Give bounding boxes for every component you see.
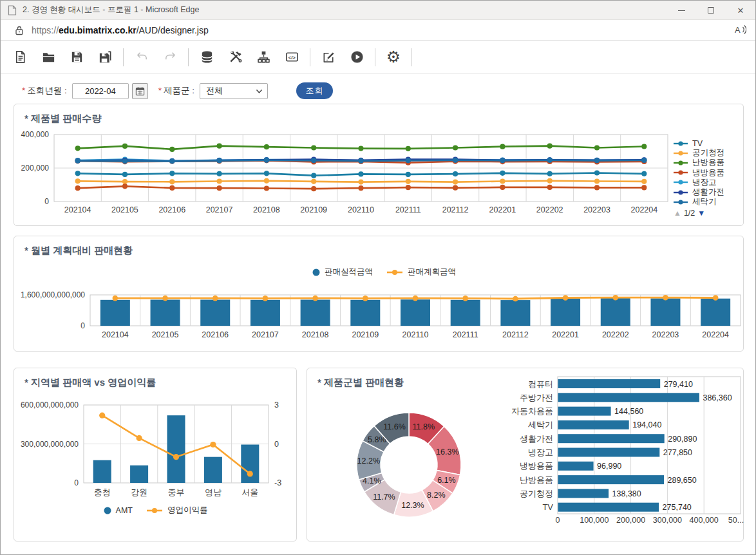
edit-button[interactable] (317, 46, 340, 69)
code-button[interactable]: </> (280, 46, 303, 69)
save-button[interactable] (65, 46, 88, 69)
title-bar: 2. 경영 현황 대시보드 - 프로필 1 - Microsoft Edge ✕ (1, 1, 755, 20)
svg-text:세탁기: 세탁기 (528, 420, 553, 429)
legend-item-난방용품[interactable]: 난방용품 (674, 158, 742, 167)
legend-item-판매실적금액[interactable]: 판매실적금액 (312, 267, 373, 278)
read-aloud-icon[interactable]: A (733, 23, 746, 36)
panel-product-group-sales: * 제품군별 판매현황 11.8%16.3%6.1%8.2%12.3%11.7%… (307, 368, 744, 541)
svg-text:냉장고: 냉장고 (528, 447, 553, 457)
svg-text:주방가전: 주방가전 (520, 393, 553, 402)
close-icon: ✕ (737, 6, 744, 15)
legend-item-AMT[interactable]: AMT (103, 506, 133, 515)
product-filter-label: *제품군 : (158, 85, 194, 97)
svg-text:0: 0 (274, 440, 279, 449)
product-select[interactable]: 전체 (200, 83, 268, 99)
url-path: /AUD/designer.jsp (137, 25, 209, 35)
open-folder-icon (41, 50, 56, 64)
open-button[interactable] (37, 46, 60, 69)
legend-item-공기청정[interactable]: 공기청정 (674, 148, 742, 158)
legend-item-생활가전[interactable]: 생활가전 (674, 187, 742, 197)
new-document-button[interactable] (8, 46, 32, 69)
settings-button[interactable]: ⚙ (382, 46, 405, 69)
svg-text:202106: 202106 (202, 330, 229, 339)
svg-text:275,740: 275,740 (663, 503, 692, 512)
toolbar-separator (123, 48, 124, 66)
tools-button[interactable] (223, 46, 247, 69)
search-button[interactable]: 조회 (296, 82, 333, 99)
svg-text:50...: 50... (728, 516, 744, 525)
run-button[interactable] (345, 46, 368, 69)
svg-text:202104: 202104 (64, 205, 91, 214)
save-all-button[interactable] (93, 46, 117, 69)
svg-text:0: 0 (556, 516, 560, 525)
panel-monthly-plan-vs-actual: * 월별 계획대비 판매현황 판매실적금액판매계획금액 1,600,000,00… (14, 236, 744, 352)
svg-text:202106: 202106 (158, 205, 185, 214)
address-bar[interactable]: https://edu.bimatrix.co.kr/AUD/designer.… (32, 25, 209, 35)
svg-text:289,650: 289,650 (668, 476, 697, 485)
legend-page-up-icon[interactable]: ▲ (674, 209, 681, 218)
undo-button[interactable] (130, 46, 153, 69)
sitemap-button[interactable] (252, 46, 275, 69)
legend-item-영업이익률[interactable]: 영업이익률 (147, 505, 208, 516)
calendar-button[interactable] (132, 83, 148, 99)
url-domain: edu.bimatrix.co.kr (59, 25, 137, 35)
maximize-icon (708, 7, 714, 14)
svg-text:277,850: 277,850 (663, 448, 692, 457)
date-input[interactable] (72, 83, 129, 99)
svg-text:202112: 202112 (502, 330, 529, 339)
plan-vs-actual-bar-chart: 1,600,000,000,00002021042021052021062021… (14, 287, 744, 351)
redo-button[interactable] (158, 46, 182, 69)
svg-text:0: 0 (44, 197, 49, 206)
svg-text:서울: 서울 (241, 487, 258, 497)
legend-item-세탁기[interactable]: 세탁기 (674, 197, 742, 207)
panel-product-sales-qty: * 제품별 판매수량 0200,000400,00020210420210520… (14, 104, 744, 226)
legend-item-판매계획금액[interactable]: 판매계획금액 (387, 267, 456, 278)
svg-text:A: A (735, 25, 741, 35)
toolbar-separator (411, 48, 412, 66)
legend-page-down-icon[interactable]: ▼ (697, 209, 705, 218)
svg-text:202107: 202107 (252, 330, 279, 339)
legend-item-냉장고[interactable]: 냉장고 (674, 178, 742, 187)
svg-text:12.2%: 12.2% (357, 456, 380, 466)
svg-text:냉방용품: 냉방용품 (520, 461, 553, 471)
gear-icon: ⚙ (386, 50, 401, 64)
date-filter-label: *조회년월 : (22, 85, 67, 97)
close-button[interactable]: ✕ (726, 1, 755, 20)
svg-text:202203: 202203 (583, 205, 610, 214)
minimize-button[interactable] (666, 1, 696, 20)
product-group-donut-chart: 11.8%16.3%6.1%8.2%12.3%11.7%4.1%12.2%5.8… (350, 406, 468, 524)
svg-text:1,600,000,000,000: 1,600,000,000,000 (21, 290, 85, 299)
toolbar-separator (310, 48, 310, 66)
panel-title: * 제품군별 판매현황 (317, 377, 404, 389)
chart-legend: 판매실적금액판매계획금액 (312, 267, 456, 278)
chart-legend: AMT영업이익률 (14, 505, 296, 516)
svg-text:영남: 영남 (205, 487, 222, 497)
svg-text:138,380: 138,380 (612, 489, 641, 498)
data-source-button[interactable] (195, 46, 218, 69)
legend-page-label: 1/2 (684, 209, 695, 218)
legend-item-TV[interactable]: TV (674, 138, 742, 148)
maximize-button[interactable] (696, 1, 726, 20)
product-group-hbar-chart: 0100,000200,000300,000400,00050...컴퓨터279… (507, 373, 744, 534)
filter-bar: *조회년월 : *제품군 : 전체 조회 (22, 80, 333, 101)
chevron-down-icon (256, 89, 263, 94)
svg-text:8.2%: 8.2% (427, 491, 446, 500)
svg-text:11.8%: 11.8% (413, 422, 435, 431)
window-title: 2. 경영 현황 대시보드 - 프로필 1 - Microsoft Edge (23, 5, 199, 15)
svg-text:11.7%: 11.7% (373, 493, 395, 502)
svg-text:난방용품: 난방용품 (520, 475, 553, 485)
save-all-icon (98, 50, 113, 64)
svg-text:202109: 202109 (352, 330, 379, 339)
legend-item-냉방용품[interactable]: 냉방용품 (674, 168, 742, 178)
svg-text:202111: 202111 (453, 330, 478, 339)
svg-text:</>: </> (288, 55, 296, 61)
svg-text:공기청정: 공기청정 (520, 489, 553, 498)
svg-text:202111: 202111 (395, 205, 421, 214)
undo-icon (135, 50, 149, 64)
svg-text:200,000: 200,000 (616, 516, 645, 525)
svg-text:200,000: 200,000 (21, 164, 50, 173)
designer-toolbar: </> ⚙ (1, 41, 755, 74)
svg-text:202109: 202109 (300, 205, 327, 214)
legend-item-label: 영업이익률 (167, 505, 208, 516)
svg-text:0: 0 (74, 478, 79, 487)
